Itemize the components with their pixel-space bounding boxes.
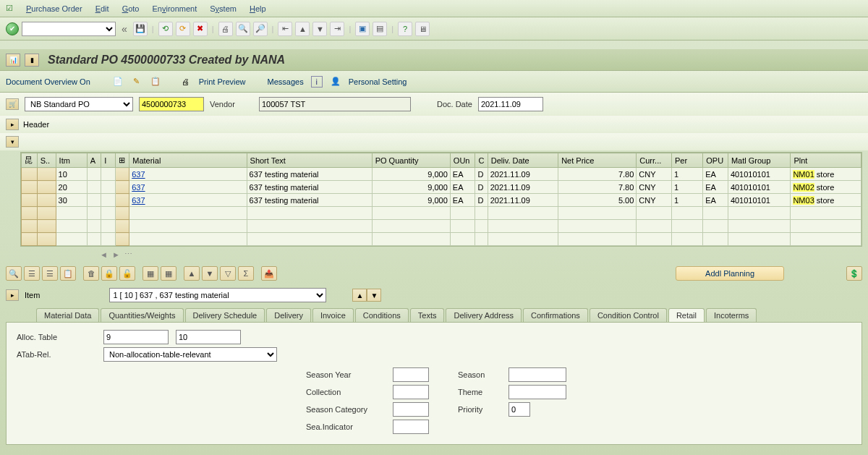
menu-help[interactable]: Help bbox=[250, 4, 266, 13]
menu-purchase-order[interactable]: PPurchase Orderurchase Order bbox=[26, 4, 82, 13]
col-deliv[interactable]: Deliv. Date bbox=[488, 153, 558, 168]
season-cat-field[interactable] bbox=[393, 402, 429, 417]
detail-icon[interactable]: 🔍 bbox=[6, 266, 22, 281]
menu-goto[interactable]: Goto bbox=[122, 4, 140, 13]
season-field[interactable] bbox=[509, 367, 566, 382]
items-collapse-icon[interactable]: ▾ bbox=[6, 136, 19, 148]
col-sel[interactable]: 昆 bbox=[22, 153, 38, 168]
col-price[interactable]: Net Price bbox=[558, 153, 637, 168]
tab-confirmations[interactable]: Confirmations bbox=[523, 308, 588, 322]
find-icon[interactable]: 🔍 bbox=[236, 22, 250, 36]
col-per[interactable]: Per bbox=[672, 153, 703, 168]
col-status[interactable]: S.. bbox=[37, 153, 56, 168]
scroll-options-icon[interactable]: ⋯ bbox=[124, 250, 132, 259]
priority-field[interactable] bbox=[509, 402, 530, 417]
filter-icon[interactable]: ▽ bbox=[220, 266, 236, 281]
tab-incoterms[interactable]: Incoterms bbox=[706, 308, 757, 322]
item-up-icon[interactable]: ▲ bbox=[352, 289, 367, 302]
back-icon[interactable]: ⟲ bbox=[158, 22, 173, 36]
unlock-icon[interactable]: 🔓 bbox=[119, 266, 135, 281]
collection-field[interactable] bbox=[393, 385, 429, 399]
delete-icon[interactable]: 🗑 bbox=[83, 266, 99, 281]
print-icon[interactable]: 🖨 bbox=[218, 22, 233, 36]
tab-material-data[interactable]: Material Data bbox=[36, 308, 99, 322]
item-select[interactable]: 1 [ 10 ] 637 , 637 testing material bbox=[109, 288, 326, 302]
header-collapse-icon[interactable]: ▸ bbox=[6, 119, 19, 130]
table-row[interactable]: 10 637637 testing material9,000EAD 2021.… bbox=[22, 168, 861, 181]
save-icon[interactable]: 💾 bbox=[133, 22, 148, 36]
menu-environment[interactable]: Environment bbox=[152, 4, 197, 13]
table-row[interactable] bbox=[22, 220, 861, 233]
display-change-icon[interactable]: ✎ bbox=[131, 76, 142, 88]
tab-delivery-address[interactable]: Delivery Address bbox=[446, 308, 522, 322]
create-icon[interactable]: 📄 bbox=[112, 76, 124, 88]
info-icon[interactable]: i bbox=[311, 76, 323, 88]
doc-overview-toggle[interactable]: Document Overview On bbox=[6, 77, 90, 86]
table-row[interactable] bbox=[22, 233, 861, 246]
tab-invoice[interactable]: Invoice bbox=[312, 308, 354, 322]
cancel-icon[interactable]: ✖ bbox=[193, 22, 208, 36]
col-a[interactable]: A bbox=[87, 153, 101, 168]
config-icon[interactable]: ▦ bbox=[161, 266, 176, 281]
table-row[interactable] bbox=[22, 207, 861, 220]
theme-field[interactable] bbox=[509, 385, 566, 399]
addl-planning-button[interactable]: Addl Planning bbox=[676, 266, 784, 281]
col-itm[interactable]: Itm bbox=[56, 153, 87, 168]
sea-ind-field[interactable] bbox=[393, 420, 429, 434]
doc-type-select[interactable]: NB Standard PO bbox=[25, 97, 133, 111]
lock-icon[interactable]: 🔒 bbox=[101, 266, 117, 281]
find-next-icon[interactable]: 🔎 bbox=[253, 22, 268, 36]
customize-icon[interactable]: 🖥 bbox=[415, 22, 430, 36]
po-number-field[interactable] bbox=[139, 97, 204, 111]
deselect-icon[interactable]: ☰ bbox=[42, 266, 58, 281]
tab-retail[interactable]: Retail bbox=[668, 308, 705, 322]
scroll-right-icon[interactable]: ► bbox=[112, 250, 120, 259]
item-collapse-icon[interactable]: ▸ bbox=[6, 289, 19, 301]
collapse-chevron-icon[interactable]: « bbox=[122, 23, 127, 35]
table-row[interactable]: 20 637637 testing material9,000EAD 2021.… bbox=[22, 181, 861, 194]
select-all-icon[interactable]: ☰ bbox=[24, 266, 40, 281]
menu-edit[interactable]: Edit bbox=[95, 4, 109, 13]
item-down-icon[interactable]: ▼ bbox=[367, 289, 381, 302]
col-i[interactable]: I bbox=[101, 153, 115, 168]
exit-icon[interactable]: ⟳ bbox=[176, 22, 190, 36]
vendor-field[interactable] bbox=[259, 97, 411, 111]
tab-condition-control[interactable]: Condition Control bbox=[590, 308, 667, 322]
col-shorttext[interactable]: Short Text bbox=[247, 153, 372, 168]
print-preview-link[interactable]: Print Preview bbox=[199, 77, 246, 86]
col-c[interactable]: C bbox=[475, 153, 488, 168]
insert-icon[interactable]: ▦ bbox=[142, 266, 158, 281]
enter-icon[interactable]: ✔ bbox=[6, 22, 19, 35]
tab-texts[interactable]: Texts bbox=[410, 308, 445, 322]
command-field[interactable] bbox=[22, 22, 116, 36]
currency-icon[interactable]: 💲 bbox=[846, 266, 862, 281]
scroll-left-icon[interactable]: ◄ bbox=[100, 250, 108, 259]
menu-system[interactable]: System bbox=[210, 4, 237, 13]
col-oun[interactable]: OUn bbox=[450, 153, 475, 168]
tab-quantities-weights[interactable]: Quantities/Weights bbox=[101, 308, 183, 322]
toggle-icon[interactable]: ▮ bbox=[25, 54, 39, 67]
next-page-icon[interactable]: ▼ bbox=[312, 22, 327, 36]
tab-conditions[interactable]: Conditions bbox=[355, 308, 409, 322]
doc-type-icon[interactable]: 🛒 bbox=[6, 98, 19, 110]
first-page-icon[interactable]: ⇤ bbox=[278, 22, 292, 36]
tab-delivery-schedule[interactable]: Delivery Schedule bbox=[185, 308, 265, 322]
last-page-icon[interactable]: ⇥ bbox=[330, 22, 344, 36]
col-plnt[interactable]: Plnt bbox=[791, 153, 861, 168]
tab-delivery[interactable]: Delivery bbox=[266, 308, 311, 322]
sort-desc-icon[interactable]: ▼ bbox=[202, 266, 218, 281]
layout-icon[interactable]: ▤ bbox=[373, 22, 387, 36]
messages-link[interactable]: Messages bbox=[268, 77, 304, 86]
other-po-icon[interactable]: 📋 bbox=[150, 76, 161, 88]
help-icon[interactable]: ? bbox=[398, 22, 412, 36]
export-icon[interactable]: 📤 bbox=[261, 266, 277, 281]
table-row[interactable]: 30 637637 testing material9,000EAD 2021.… bbox=[22, 194, 861, 207]
personal-setting-link[interactable]: Personal Setting bbox=[349, 77, 407, 86]
col-icon[interactable]: ⊞ bbox=[115, 153, 129, 168]
doc-date-field[interactable] bbox=[478, 97, 543, 111]
col-qty[interactable]: PO Quantity bbox=[372, 153, 450, 168]
copy-row-icon[interactable]: 📋 bbox=[60, 266, 76, 281]
col-opu[interactable]: OPU bbox=[703, 153, 728, 168]
prev-page-icon[interactable]: ▲ bbox=[295, 22, 310, 36]
atab-rel-select[interactable]: Non-allocation-table-relevant bbox=[103, 347, 277, 362]
